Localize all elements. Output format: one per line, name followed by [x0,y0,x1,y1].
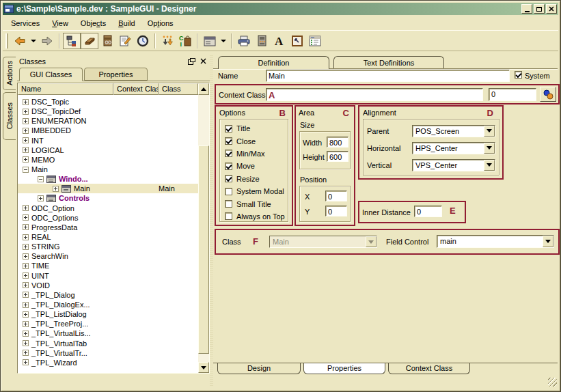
tree-item-tpl-dialogex[interactable]: _TPL_DialogEx... [18,300,198,309]
expand-icon[interactable] [38,195,44,201]
expand-icon[interactable] [53,186,59,192]
column-class[interactable]: Class [159,83,198,95]
expand-icon[interactable] [23,292,29,298]
dropdown-arrow-icon[interactable] [484,126,495,137]
system-checkbox[interactable] [515,71,522,79]
new-window-dropdown-icon[interactable] [221,40,226,42]
x-input[interactable]: 0 [325,191,347,201]
expand-icon[interactable] [23,253,29,260]
checkbox-checked-icon[interactable] [225,150,232,157]
tree-item-tpl-wizard[interactable]: _TPL_Wizard [18,358,198,367]
name-input[interactable]: Main [266,70,510,82]
expand-icon[interactable] [23,234,29,240]
scroll-up-button[interactable] [198,83,209,95]
option-close[interactable]: Close [220,135,288,147]
collapse-icon[interactable] [38,176,44,182]
expand-icon[interactable] [23,311,29,318]
tree-item-uint[interactable]: UINT [18,271,198,281]
dropdown-arrow-icon[interactable] [484,143,495,154]
class-hierarchy-button[interactable] [63,33,81,49]
expand-icon[interactable] [23,147,29,153]
tree-item-enumeration[interactable]: ENUMERATION [18,116,198,126]
context-class-link-button[interactable] [540,87,556,102]
expand-icon[interactable] [23,331,29,337]
close-button[interactable] [546,4,557,14]
expand-icon[interactable] [23,263,29,269]
tree-item-progressdata[interactable]: ProgressData [18,223,198,232]
tree-item-tpl-virtuallis[interactable]: _TPL_VirtualLis... [18,328,198,338]
tree-item-imbedded[interactable]: IMBEDDED [18,126,198,135]
checkbox-checked-icon[interactable] [225,125,232,132]
tree-item-dsc-topic[interactable]: DSC_Topic [18,97,198,107]
menu-item-objects[interactable]: Objects [74,18,112,29]
expand-icon[interactable] [23,244,29,250]
tree-item-odc-options[interactable]: ODC_Options [18,213,198,223]
import-button[interactable] [159,33,176,49]
width-input[interactable]: 800 [327,137,348,148]
context-class-index-input[interactable]: 0 [489,88,536,101]
tree-item-main[interactable]: Main [18,165,198,174]
tab-text-definitions[interactable]: Text Definitions [333,56,444,68]
title-bar[interactable]: e:\Sample\Sample.dev : SampleGUI - Desig… [3,3,558,15]
tab-context-class[interactable]: Context Class [388,363,470,374]
tab-properties-bottom[interactable]: Properties [303,363,385,374]
option-system-modal[interactable]: System Modal [220,185,288,197]
panel-splitter[interactable] [210,55,213,387]
back-dropdown-icon[interactable] [31,40,36,42]
vertical-scrollbar[interactable] [198,95,209,373]
eraser-button[interactable] [81,33,98,49]
dropdown-horizontal[interactable]: HPS_Center [412,142,495,154]
option-small-title[interactable]: Small Title [220,197,288,210]
column-context-class[interactable]: Context Class [113,83,159,95]
minimize-button[interactable] [521,4,532,14]
tree-item-main[interactable]: MainMain [18,184,198,193]
scrollbar-thumb[interactable] [198,145,209,354]
tree-item-dsc-topicdef[interactable]: DSC_TopicDef [18,107,198,116]
class-browser-button[interactable] [98,33,116,49]
column-name[interactable]: Name [18,83,113,95]
back-button[interactable] [11,33,29,49]
tree-item-tpl-dialog[interactable]: _TPL_Dialog [18,290,198,300]
menu-item-view[interactable]: View [46,18,74,29]
toolbar-drag-handle[interactable] [5,33,8,48]
expand-icon[interactable] [23,109,29,115]
dropdown-vertical[interactable]: VPS_Center [412,159,495,171]
print-button[interactable] [235,33,253,49]
expand-icon[interactable] [23,118,29,124]
dropdown-arrow-icon[interactable] [543,236,553,247]
expand-icon[interactable] [23,302,29,308]
tree-item-searchwin[interactable]: SearchWin [18,251,198,261]
tree-item-tpl-listdialog[interactable]: _TPL_ListDialog [18,309,198,319]
tree-item-tpl-virtualtab[interactable]: _TPL_VirtualTab [18,339,198,348]
expand-icon[interactable] [23,340,29,346]
tree-item-controls[interactable]: Controls [18,193,198,203]
tree-item-string[interactable]: STRING [18,242,198,251]
tree-item-tpl-virtualtr[interactable]: _TPL_VirtualTr... [18,348,198,358]
tree-item-odc-option[interactable]: ODC_Option [18,204,198,213]
expand-icon[interactable] [23,156,29,163]
tree-item-int[interactable]: INT [18,136,198,145]
context-class-input[interactable]: A [266,88,483,101]
expand-icon[interactable] [23,359,29,365]
panel-close-icon[interactable] [198,57,208,66]
font-button[interactable]: A [271,33,288,49]
tree-item-memo[interactable]: MEMO [18,155,198,165]
checkbox-checked-icon[interactable] [225,163,232,170]
menu-item-services[interactable]: Services [5,18,46,29]
expand-icon[interactable] [23,224,29,230]
expand-icon[interactable] [23,214,29,221]
image-button[interactable] [288,33,306,49]
expand-icon[interactable] [23,321,29,327]
tree-item-tpl-treeproj[interactable]: _TPL_TreeProj... [18,319,198,328]
option-min-max[interactable]: Min/Max [220,148,288,160]
side-tab-actions[interactable]: Actions [3,57,16,90]
inner-distance-input[interactable]: 0 [414,206,442,217]
side-tab-classes[interactable]: Classes [3,92,16,140]
option-move[interactable]: Move [220,160,288,172]
checkbox-checked-icon[interactable] [225,175,232,182]
y-input[interactable]: 0 [325,206,347,216]
tree-item-real[interactable]: REAL [18,232,198,242]
expand-icon[interactable] [23,282,29,288]
expand-icon[interactable] [23,128,29,134]
checkbox-checked-icon[interactable] [225,137,232,145]
